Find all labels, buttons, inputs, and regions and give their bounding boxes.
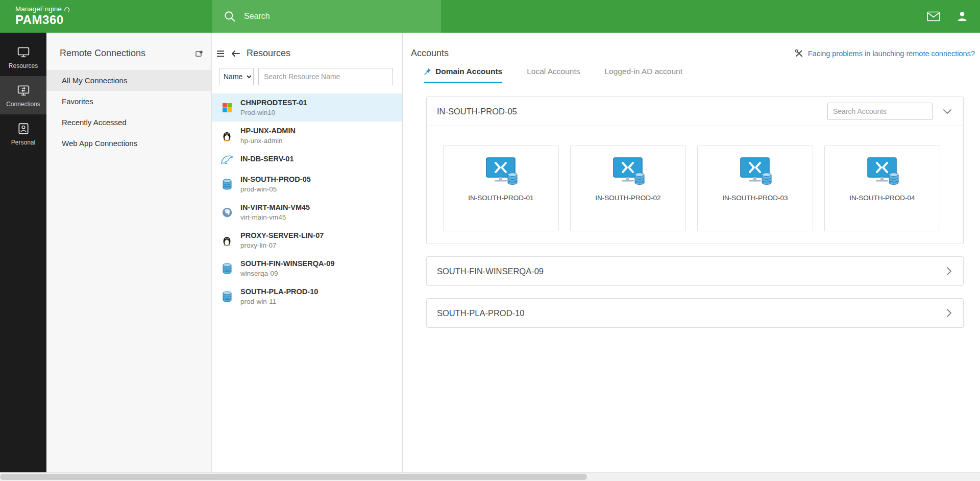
tools-icon: [795, 49, 803, 58]
sidebar-item-resources[interactable]: Resources: [0, 38, 46, 76]
resource-item-proxy-server-lin-07[interactable]: PROXY-SERVER-LIN-07 proxy-lin-07: [212, 226, 402, 254]
resources-panel: Resources Name CHNPRODTEST-01 Prod-win10…: [212, 33, 403, 472]
account-name: IN-SOUTH-PROD-01: [468, 194, 533, 202]
accounts-tabs: Domain Accounts Local Accounts Logged-in…: [403, 61, 980, 83]
resource-item-south-pla-prod-10[interactable]: SOUTH-PLA-PROD-10 prod-win-11: [212, 282, 402, 310]
resource-item-chnprodtest-01[interactable]: CHNPRODTEST-01 Prod-win10: [212, 93, 402, 122]
brand-pam360: PAM360: [15, 13, 70, 27]
tab-local-accounts[interactable]: Local Accounts: [527, 67, 580, 83]
collapse-arrow-left-icon[interactable]: [231, 49, 240, 58]
tab-label: Local Accounts: [527, 67, 580, 76]
rdp-account-icon: [484, 157, 519, 187]
connections-item-label: All My Connections: [62, 76, 127, 85]
connections-item-all-my-connections[interactable]: All My Connections: [46, 70, 211, 91]
account-group-in-south-prod-05: IN-SOUTH-PROD-05 IN-SOUTH-PROD-01: [426, 97, 964, 244]
help-link-label: Facing problems in launching remote conn…: [808, 50, 975, 58]
user-profile-icon[interactable]: [955, 10, 969, 23]
account-card-in-south-prod-03[interactable]: IN-SOUTH-PROD-03: [697, 146, 813, 231]
resource-host: prod-win-05: [240, 185, 311, 193]
primary-nav-sidebar: Resources Connections Personal: [0, 33, 46, 472]
accounts-panel: Accounts Facing problems in launching re…: [403, 33, 980, 472]
header-actions: [927, 10, 980, 23]
global-search-input[interactable]: [244, 12, 407, 21]
group-header[interactable]: SOUTH-FIN-WINSERQA-09: [427, 257, 963, 285]
remote-connection-icon: [17, 84, 30, 97]
horizontal-scrollbar[interactable]: [0, 472, 980, 481]
global-search-bar: [212, 0, 441, 33]
menu-icon[interactable]: [216, 49, 225, 58]
manageengine-pam360-logo: ManageEngine PAM360: [0, 6, 70, 27]
nav-label-connections: Connections: [6, 101, 40, 108]
account-name: IN-SOUTH-PROD-04: [849, 194, 915, 202]
account-group-south-fin-winserqa-09: SOUTH-FIN-WINSERQA-09: [426, 256, 964, 286]
remote-connections-title: Remote Connections: [60, 48, 145, 59]
resource-item-in-virt-main-vm45[interactable]: IN-VIRT-MAIN-VM45 virt-main-vm45: [212, 198, 402, 226]
sidebar-item-connections[interactable]: Connections: [0, 76, 46, 114]
group-header[interactable]: IN-SOUTH-PROD-05: [427, 97, 963, 126]
account-group-south-pla-prod-10: SOUTH-PLA-PROD-10: [426, 298, 964, 328]
resource-item-hp-unx-admin[interactable]: HP-UNX-ADMIN hp-unx-admin: [212, 122, 402, 150]
tab-domain-accounts[interactable]: Domain Accounts: [424, 67, 502, 83]
account-card-in-south-prod-04[interactable]: IN-SOUTH-PROD-04: [824, 146, 940, 231]
rdp-account-icon: [865, 157, 900, 187]
top-header: ManageEngine PAM360: [0, 0, 980, 33]
pin-window-icon[interactable]: [195, 49, 204, 58]
sidebar-item-personal[interactable]: Personal: [0, 114, 46, 153]
chevron-right-icon[interactable]: [946, 308, 952, 318]
resource-name: SOUTH-FIN-WINSERQA-09: [240, 259, 334, 268]
connections-item-label: Web App Connections: [62, 139, 137, 148]
mail-icon[interactable]: [927, 10, 940, 23]
group-title: SOUTH-FIN-WINSERQA-09: [437, 267, 544, 276]
account-card-in-south-prod-01[interactable]: IN-SOUTH-PROD-01: [443, 146, 559, 231]
resource-name: SOUTH-PLA-PROD-10: [240, 287, 318, 296]
linux-icon: [220, 235, 234, 246]
postgres-icon: [220, 207, 234, 218]
pam360-app: ManageEngine PAM360 Resources Connection…: [0, 0, 980, 481]
brand-manageengine: ManageEngine: [15, 6, 62, 13]
resource-host: proxy-lin-07: [240, 242, 324, 249]
group-title: SOUTH-PLA-PROD-10: [437, 308, 524, 318]
account-name: IN-SOUTH-PROD-02: [595, 194, 660, 202]
resource-filter-select[interactable]: Name: [219, 68, 254, 85]
resource-item-in-south-prod-05[interactable]: IN-SOUTH-PROD-05 prod-win-05: [212, 170, 402, 198]
account-card-in-south-prod-02[interactable]: IN-SOUTH-PROD-02: [570, 146, 686, 231]
rdp-account-icon: [611, 157, 646, 187]
id-card-icon: [17, 122, 30, 135]
resources-title: Resources: [247, 48, 290, 59]
nav-label-resources: Resources: [9, 62, 38, 69]
tab-logged-in-ad-account[interactable]: Logged-in AD account: [604, 67, 682, 83]
account-name: IN-SOUTH-PROD-03: [722, 194, 788, 202]
account-search-input[interactable]: [827, 103, 933, 120]
resource-search-input[interactable]: [258, 68, 393, 85]
pin-icon: [424, 68, 431, 75]
database-icon: [220, 263, 234, 274]
resource-item-in-db-serv-01[interactable]: IN-DB-SERV-01: [212, 150, 402, 170]
group-account-cards: IN-SOUTH-PROD-01 IN-SOUTH-PROD-02 IN-SOU…: [427, 126, 963, 244]
remote-connection-help-link[interactable]: Facing problems in launching remote conn…: [795, 49, 975, 58]
connections-item-label: Recently Accessed: [62, 118, 127, 127]
nav-label-personal: Personal: [11, 139, 35, 146]
resource-host: hp-unx-admin: [240, 137, 296, 145]
resource-name: PROXY-SERVER-LIN-07: [240, 231, 324, 239]
resource-host: Prod-win10: [240, 109, 307, 116]
manageengine-swoosh-icon: [64, 7, 70, 13]
connections-item-recently-accessed[interactable]: Recently Accessed: [46, 112, 211, 133]
windows-icon: [220, 103, 234, 113]
group-header[interactable]: SOUTH-PLA-PROD-10: [427, 299, 963, 327]
chevron-right-icon[interactable]: [946, 267, 952, 276]
resource-name: HP-UNX-ADMIN: [240, 127, 296, 135]
connections-item-favorites[interactable]: Favorites: [46, 91, 211, 112]
chevron-down-icon[interactable]: [943, 109, 952, 114]
resource-item-south-fin-winserqa-09[interactable]: SOUTH-FIN-WINSERQA-09 winserqa-09: [212, 254, 402, 282]
resource-host: prod-win-11: [240, 298, 318, 305]
resource-name: CHNPRODTEST-01: [240, 99, 307, 107]
resource-name: IN-SOUTH-PROD-05: [240, 175, 311, 183]
horizontal-scrollbar-thumb[interactable]: [0, 474, 587, 480]
connections-item-web-app-connections[interactable]: Web App Connections: [46, 133, 211, 154]
group-title: IN-SOUTH-PROD-05: [437, 107, 517, 116]
search-icon[interactable]: [224, 10, 236, 22]
database-icon: [220, 179, 234, 190]
monitor-icon: [17, 45, 30, 59]
remote-connections-panel: Remote Connections All My Connections Fa…: [46, 33, 212, 472]
resource-host: winserqa-09: [240, 270, 334, 277]
